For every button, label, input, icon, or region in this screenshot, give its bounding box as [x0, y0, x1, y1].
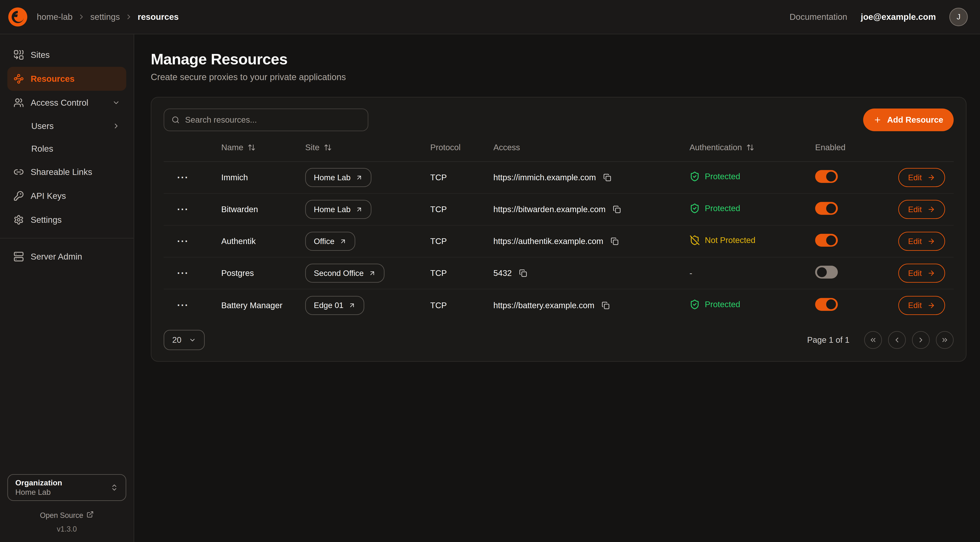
breadcrumb-settings[interactable]: settings	[90, 12, 120, 22]
sidebar-item-settings[interactable]: Settings	[7, 208, 126, 232]
page-subtitle: Create secure proxies to your private ap…	[151, 72, 967, 82]
breadcrumb-current: resources	[138, 12, 179, 22]
resource-name: Battery Manager	[221, 301, 305, 310]
sidebar-item-label: Users	[31, 121, 54, 131]
column-header-access: Access	[493, 143, 689, 152]
sidebar-item-users[interactable]: Users	[7, 115, 126, 137]
edit-label: Edit	[908, 237, 922, 246]
column-header-authentication[interactable]: Authentication	[689, 143, 815, 152]
auth-badge: Protected	[689, 171, 740, 182]
sidebar-item-server-admin[interactable]: Server Admin	[7, 245, 126, 269]
edit-label: Edit	[908, 301, 922, 310]
enabled-toggle[interactable]	[815, 266, 838, 279]
copy-icon[interactable]	[609, 236, 620, 247]
resource-protocol: TCP	[430, 204, 493, 214]
next-page-button[interactable]	[912, 331, 930, 349]
shield-check-icon	[689, 299, 700, 309]
last-page-button[interactable]	[936, 331, 954, 349]
app-window: home-lab settings resources Documentatio…	[0, 0, 980, 542]
site-link[interactable]: Edge 01	[305, 296, 364, 315]
column-header-site[interactable]: Site	[305, 143, 430, 152]
table-body: ··· Immich Home Lab TCP https://immich.e…	[164, 162, 954, 321]
organization-selector[interactable]: Organization Home Lab	[7, 474, 126, 501]
row-menu-button[interactable]: ···	[173, 202, 192, 217]
chevrons-up-down-icon	[110, 483, 118, 491]
site-link[interactable]: Second Office	[305, 264, 385, 283]
enabled-toggle[interactable]	[815, 170, 838, 183]
resource-access: https://battery.example.com	[493, 301, 594, 310]
toggle-knob	[817, 267, 827, 277]
avatar[interactable]: J	[949, 8, 968, 26]
pagination: 20 Page 1 of 1	[164, 330, 954, 350]
resource-protocol: TCP	[430, 301, 493, 310]
sidebar-item-access-control[interactable]: Access Control	[7, 91, 126, 115]
breadcrumb: home-lab settings resources	[37, 12, 179, 22]
site-link[interactable]: Office	[305, 232, 355, 251]
page-title: Manage Resources	[151, 50, 967, 68]
resource-access: https://authentik.example.com	[493, 236, 603, 246]
row-menu-button[interactable]: ···	[173, 298, 192, 313]
shield-check-icon	[689, 171, 700, 182]
search-input[interactable]	[185, 115, 360, 125]
copy-icon[interactable]	[612, 204, 622, 215]
arrow-right-icon	[927, 174, 935, 182]
column-header-protocol: Protocol	[430, 143, 493, 152]
toggle-knob	[826, 300, 836, 309]
site-label: Edge 01	[314, 301, 344, 310]
auth-label: Protected	[705, 172, 740, 181]
sidebar-item-resources[interactable]: Resources	[7, 67, 126, 91]
arrow-up-right-icon	[348, 302, 356, 309]
edit-button[interactable]: Edit	[898, 232, 945, 251]
edit-button[interactable]: Edit	[898, 200, 945, 219]
sidebar-item-sites[interactable]: Sites	[7, 43, 126, 67]
edit-button[interactable]: Edit	[898, 264, 945, 283]
row-menu-button[interactable]: ···	[173, 266, 192, 281]
row-menu-button[interactable]: ···	[173, 170, 192, 185]
sidebar-item-api-keys[interactable]: API Keys	[7, 184, 126, 208]
chevron-left-icon	[893, 336, 901, 344]
column-header-name[interactable]: Name	[221, 143, 305, 152]
page-info: Page 1 of 1	[807, 335, 850, 345]
arrow-right-icon	[927, 206, 935, 214]
prev-page-button[interactable]	[888, 331, 906, 349]
toggle-knob	[826, 172, 836, 182]
row-menu-button[interactable]: ···	[173, 234, 192, 249]
auth-label: -	[689, 268, 692, 278]
enabled-toggle[interactable]	[815, 234, 838, 247]
breadcrumb-org[interactable]: home-lab	[37, 12, 73, 22]
sidebar-item-label: Server Admin	[31, 252, 82, 261]
copy-icon[interactable]	[602, 172, 612, 183]
toggle-knob	[826, 236, 836, 245]
pangolin-logo[interactable]	[7, 6, 28, 27]
edit-button[interactable]: Edit	[898, 296, 945, 315]
open-source-link[interactable]: Open Source	[7, 511, 126, 520]
documentation-link[interactable]: Documentation	[790, 12, 847, 22]
site-link[interactable]: Home Lab	[305, 168, 371, 187]
sidebar: Sites Resources Access Control Users Rol…	[0, 34, 134, 542]
sidebar-divider	[0, 238, 134, 239]
enabled-toggle[interactable]	[815, 202, 838, 215]
auth-label: Not Protected	[705, 236, 756, 245]
page-size-select[interactable]: 20	[164, 330, 205, 350]
sidebar-item-roles[interactable]: Roles	[7, 137, 126, 160]
site-link[interactable]: Home Lab	[305, 200, 371, 219]
sidebar-item-shareable-links[interactable]: Shareable Links	[7, 160, 126, 184]
chevrons-left-icon	[869, 336, 877, 344]
chevron-right-icon	[125, 13, 133, 21]
plus-icon	[873, 116, 881, 124]
shield-check-icon	[689, 203, 700, 214]
copy-icon[interactable]	[518, 268, 528, 278]
copy-icon[interactable]	[600, 300, 611, 311]
enabled-toggle[interactable]	[815, 298, 838, 311]
chevrons-right-icon	[941, 336, 949, 344]
first-page-button[interactable]	[864, 331, 882, 349]
resource-name: Authentik	[221, 236, 305, 246]
user-email[interactable]: joe@example.com	[861, 12, 936, 22]
add-resource-button[interactable]: Add Resource	[863, 108, 954, 131]
edit-label: Edit	[908, 205, 922, 214]
users-icon	[13, 97, 24, 108]
sidebar-item-label: Resources	[31, 74, 75, 84]
edit-button[interactable]: Edit	[898, 168, 945, 187]
auth-badge: Not Protected	[689, 235, 756, 245]
toggle-knob	[826, 204, 836, 214]
